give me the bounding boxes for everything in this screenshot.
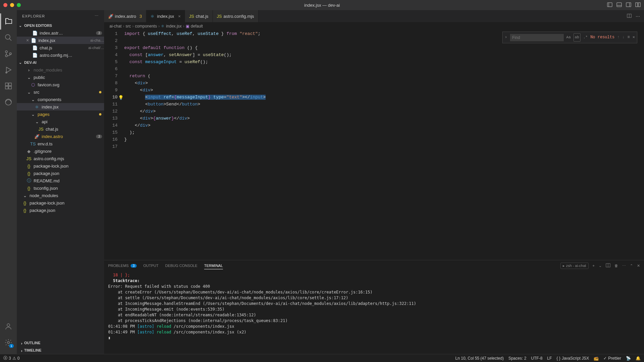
editor-tab[interactable]: ⚛index.jsx× — [146, 10, 185, 22]
explorer-more-icon[interactable]: ⋯ — [95, 14, 99, 18]
explorer-activity[interactable] — [0, 13, 16, 30]
file-item[interactable]: ›node_modules — [17, 66, 104, 74]
close-window-button[interactable] — [3, 3, 7, 7]
indent-status[interactable]: Spaces: 2 — [508, 356, 526, 361]
new-terminal-icon[interactable]: + — [593, 264, 595, 268]
maximize-window-button[interactable] — [17, 3, 21, 7]
bell-icon[interactable]: 🔔 — [636, 356, 641, 361]
file-item[interactable]: TSenv.d.ts — [17, 140, 104, 147]
open-editor-item[interactable]: ×📄index.jsxai-cha… — [17, 37, 104, 44]
kill-terminal-icon[interactable]: 🗑 — [614, 264, 618, 268]
terminal-picker[interactable]: ▸zsh - ai-chat — [560, 263, 589, 269]
open-editor-item[interactable]: 📄astro.config.mj… — [17, 51, 104, 59]
language-status[interactable]: { }JavaScript JSX — [557, 356, 589, 361]
close-panel-icon[interactable]: ✕ — [637, 264, 640, 268]
next-match-icon[interactable]: ↓ — [622, 34, 625, 41]
find-input[interactable] — [510, 34, 564, 41]
outline-label: OUTLINE — [24, 341, 40, 345]
file-item[interactable]: ⬡favicon.svg — [17, 81, 104, 88]
svg-rect-15 — [5, 83, 8, 86]
search-activity[interactable] — [0, 30, 16, 46]
find-selection-icon[interactable]: ≡ — [628, 34, 630, 41]
debug-console-tab[interactable]: DEBUG CONSOLE — [165, 264, 197, 268]
open-editor-item[interactable]: 📄index.astr…3 — [17, 29, 104, 37]
eol-status[interactable]: LF — [547, 356, 552, 361]
breadcrumb-item[interactable]: ⚛index.jsx — [161, 24, 182, 29]
match-word-icon[interactable]: ab — [573, 33, 581, 42]
folder-item[interactable]: ⌄api — [17, 118, 104, 125]
terminal-dropdown-icon[interactable]: ⌄ — [599, 264, 602, 268]
file-item[interactable]: {}package-lock.json — [17, 199, 104, 207]
svg-rect-7 — [638, 3, 640, 7]
file-item[interactable]: {}package.json — [17, 207, 104, 214]
panel-left-icon[interactable] — [607, 2, 612, 8]
folder-item[interactable]: ⌄public — [17, 74, 104, 81]
project-label: DEV-AI — [24, 60, 37, 64]
editor-tab[interactable]: JSchat.js — [185, 10, 213, 22]
feedback-icon[interactable]: 📡 — [626, 356, 631, 361]
file-item[interactable]: 🚀index.astro3 — [17, 133, 104, 140]
split-editor-icon[interactable] — [627, 13, 632, 19]
file-item[interactable]: ⚛index.jsx — [17, 103, 104, 110]
encoding-status[interactable]: UTF-8 — [531, 356, 543, 361]
regex-icon[interactable]: .* — [583, 34, 588, 41]
terminal-output[interactable]: 18 | }; Stacktrace:Error: Request failed… — [104, 271, 644, 354]
close-editor-icon[interactable]: × — [26, 38, 29, 43]
terminal-tab[interactable]: TERMINAL — [204, 264, 223, 269]
edge-activity[interactable] — [0, 94, 16, 110]
breadcrumbs[interactable]: ai-chat› src› components› ⚛index.jsx› ▣d… — [104, 22, 644, 30]
file-item[interactable]: {}tsconfig.json — [17, 184, 104, 192]
window-title: index.jsx — dev-ai — [304, 3, 340, 8]
source-control-activity[interactable] — [0, 46, 16, 62]
svg-point-8 — [5, 35, 10, 39]
code-editor[interactable]: › Aa ab .* No results ↑ ↓ ≡ ✕ 1234567891… — [104, 30, 644, 260]
outline-section[interactable]: ⌄ OUTLINE — [17, 339, 104, 347]
tweet-icon[interactable]: 📻 — [594, 356, 599, 361]
breadcrumb-item[interactable]: ▣default — [186, 24, 203, 29]
layout-icon[interactable] — [635, 2, 641, 8]
folder-item[interactable]: ⌄node_modules — [17, 192, 104, 199]
editor-tab[interactable]: 🚀index.astro3 — [104, 10, 146, 22]
maximize-panel-icon[interactable]: ⌃ — [630, 264, 633, 268]
split-terminal-icon[interactable] — [606, 263, 610, 268]
file-item[interactable]: JSastro.config.mjs — [17, 155, 104, 162]
run-debug-activity[interactable] — [0, 62, 16, 78]
file-item[interactable]: {}package.json — [17, 170, 104, 177]
editor-tab[interactable]: JSastro.config.mjs — [213, 10, 259, 22]
account-activity[interactable] — [0, 318, 16, 334]
file-item[interactable]: ⓘREADME.md — [17, 177, 104, 184]
folder-item[interactable]: ⌄components — [17, 96, 104, 103]
code-content[interactable]: import { useEffect, useRef, useState } f… — [124, 30, 644, 260]
breadcrumb-item[interactable]: ai-chat — [109, 24, 122, 29]
find-expand-icon[interactable]: › — [505, 34, 507, 41]
prev-match-icon[interactable]: ↑ — [617, 34, 619, 41]
svg-point-20 — [7, 324, 10, 326]
project-section[interactable]: ⌄ DEV-AI — [17, 59, 104, 66]
settings-activity[interactable]: 1 — [0, 334, 16, 351]
folder-item[interactable]: ⌄pages — [17, 110, 104, 118]
extensions-activity[interactable] — [0, 78, 16, 94]
file-item[interactable]: JSchat.js — [17, 125, 104, 133]
match-case-icon[interactable]: Aa — [566, 34, 571, 41]
panel-right-icon[interactable] — [626, 2, 631, 8]
file-item[interactable]: ◆.gitignore — [17, 147, 104, 155]
problems-tab[interactable]: PROBLEMS 3 — [108, 264, 137, 268]
close-find-icon[interactable]: ✕ — [633, 34, 635, 41]
lightbulb-icon[interactable]: 💡 — [118, 94, 124, 101]
panel-bottom-icon[interactable] — [616, 2, 622, 8]
file-item[interactable]: {}package-lock.json — [17, 162, 104, 170]
terminal-more-icon[interactable]: ⋯ — [622, 264, 626, 268]
more-actions-icon[interactable]: ⋯ — [636, 14, 640, 19]
open-editors-section[interactable]: ⌄ OPEN EDITORS — [17, 22, 104, 29]
cursor-position[interactable]: Ln 10, Col 55 (47 selected) — [455, 356, 504, 361]
status-errors[interactable]: ⓧ3 ⚠0 — [3, 355, 19, 361]
close-tab-icon[interactable]: × — [178, 14, 181, 19]
breadcrumb-item[interactable]: src — [126, 24, 131, 29]
output-tab[interactable]: OUTPUT — [143, 264, 158, 268]
open-editor-item[interactable]: 📄chat.jsai-chat/… — [17, 44, 104, 51]
minimize-window-button[interactable] — [10, 3, 14, 7]
prettier-status[interactable]: ✓Prettier — [603, 356, 621, 361]
timeline-section[interactable]: ⌄ TIMELINE — [17, 347, 104, 354]
folder-item[interactable]: ⌄src — [17, 88, 104, 96]
breadcrumb-item[interactable]: components — [135, 24, 157, 29]
